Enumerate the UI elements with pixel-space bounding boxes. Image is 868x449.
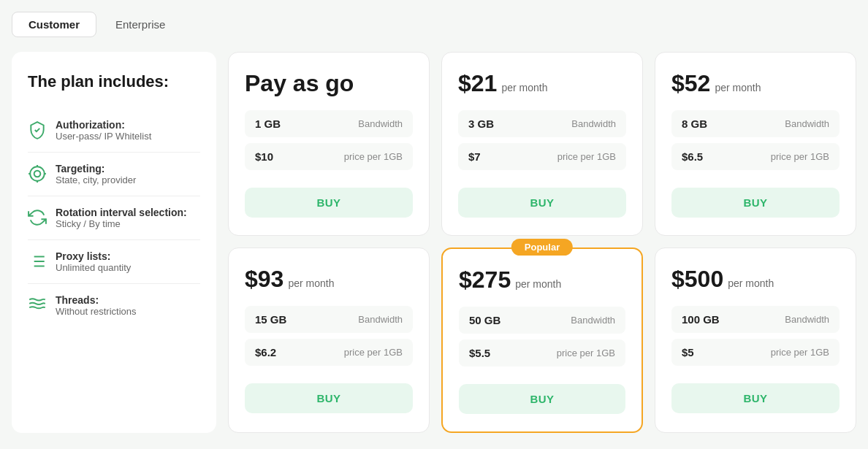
plan-card-21: $21 per month 3 GB Bandwidth $7 price pe… <box>441 52 643 236</box>
feature-rotation-label: Rotation interval selection: <box>56 207 187 218</box>
plan-card-93: $93 per month 15 GB Bandwidth $6.2 price… <box>228 247 430 433</box>
plan-500-period: per month <box>728 277 774 289</box>
plan-card-pay-as-go: Pay as go 1 GB Bandwidth $10 price per 1… <box>228 52 430 236</box>
feature-item-threads: Threads: Without restrictions <box>28 284 200 327</box>
plan-500-bandwidth-row: 100 GB Bandwidth <box>671 306 840 333</box>
plan-52-price-row: $6.5 price per 1GB <box>671 143 840 170</box>
plan-93-price-row: $6.2 price per 1GB <box>245 339 413 366</box>
plan-275-bandwidth-row: 50 GB Bandwidth <box>459 307 625 334</box>
plan-21-price-per-gb: $7 <box>468 150 481 163</box>
price-per-gb-label-1: price per 1GB <box>557 151 616 162</box>
plan-500-bandwidth: 100 GB <box>682 313 720 326</box>
features-title: The plan includes: <box>28 72 200 91</box>
price-per-gb-label-5: price per 1GB <box>771 347 829 358</box>
bandwidth-label-3: Bandwidth <box>358 314 403 325</box>
tab-customer[interactable]: Customer <box>12 12 96 37</box>
buy-button-21[interactable]: BUY <box>458 188 626 218</box>
plan-21-bandwidth-row: 3 GB Bandwidth <box>458 110 626 137</box>
plan-pay-as-go-price-per-gb: $10 <box>255 150 273 163</box>
plan-500-price: $500 <box>671 266 723 293</box>
svg-point-0 <box>30 166 45 181</box>
price-per-gb-label-2: price per 1GB <box>771 151 829 162</box>
plan-52-bandwidth: 8 GB <box>682 118 707 130</box>
price-per-gb-label-4: price per 1GB <box>557 348 615 358</box>
rotate-icon <box>28 208 47 227</box>
plan-500-price-row: $5 price per 1GB <box>671 339 840 366</box>
plan-93-period: per month <box>288 277 334 289</box>
plan-275-price-row: $5.5 price per 1GB <box>459 339 625 367</box>
plan-21-bandwidth: 3 GB <box>468 118 494 130</box>
buy-button-pay-as-go[interactable]: BUY <box>245 188 413 218</box>
popular-badge: Popular <box>511 239 573 256</box>
plan-93-price-per-gb: $6.2 <box>255 346 276 358</box>
plan-pay-as-go-bandwidth: 1 GB <box>255 118 281 130</box>
plan-21-price-row: $7 price per 1GB <box>458 143 626 170</box>
plan-pay-as-go-price-row: $10 price per 1GB <box>245 143 413 170</box>
bandwidth-label-5: Bandwidth <box>785 314 829 325</box>
plans-grid: The plan includes: Authorization: User-p… <box>12 52 856 433</box>
bandwidth-label-1: Bandwidth <box>571 118 616 129</box>
feature-targeting-label: Targeting: <box>56 163 136 174</box>
feature-rotation-desc: Sticky / By time <box>56 218 187 229</box>
feature-item-targeting: Targeting: State, city, provider <box>28 153 200 196</box>
plan-21-period: per month <box>501 82 547 93</box>
plan-93-bandwidth: 15 GB <box>255 313 286 326</box>
plan-card-500: $500 per month 100 GB Bandwidth $5 price… <box>655 247 856 433</box>
target-icon <box>28 164 47 183</box>
price-per-gb-label-0: price per 1GB <box>344 151 403 162</box>
plan-21-price: $21 <box>458 70 497 97</box>
plan-93-price: $93 <box>245 266 283 293</box>
buy-button-52[interactable]: BUY <box>671 188 840 218</box>
plan-pay-as-go-bandwidth-row: 1 GB Bandwidth <box>245 110 413 137</box>
plan-52-bandwidth-row: 8 GB Bandwidth <box>671 110 840 137</box>
feature-item-proxy: Proxy lists: Unlimited quantity <box>28 240 200 284</box>
plan-52-price: $52 <box>671 70 710 97</box>
feature-item-authorization: Authorization: User-pass/ IP Whitelist <box>28 109 200 153</box>
feature-proxy-label: Proxy lists: <box>56 250 131 262</box>
features-card: The plan includes: Authorization: User-p… <box>12 52 216 433</box>
feature-threads-desc: Without restrictions <box>56 306 137 317</box>
plan-card-52: $52 per month 8 GB Bandwidth $6.5 price … <box>655 52 856 236</box>
plan-52-price-per-gb: $6.5 <box>682 150 703 163</box>
feature-proxy-desc: Unlimited quantity <box>56 262 131 273</box>
plan-275-bandwidth: 50 GB <box>469 314 500 326</box>
svg-point-1 <box>34 171 41 177</box>
tab-enterprise[interactable]: Enterprise <box>99 12 181 37</box>
plan-93-bandwidth-row: 15 GB Bandwidth <box>245 306 413 333</box>
plan-card-275: Popular $275 per month 50 GB Bandwidth $… <box>441 247 643 433</box>
plan-500-price-per-gb: $5 <box>682 346 694 358</box>
tabs-container: Customer Enterprise <box>12 12 856 37</box>
plan-pay-as-go-price: Pay as go <box>245 70 354 97</box>
bandwidth-label-2: Bandwidth <box>785 118 829 129</box>
bandwidth-label-4: Bandwidth <box>571 315 615 326</box>
bandwidth-label-0: Bandwidth <box>358 118 403 129</box>
plan-52-period: per month <box>715 82 761 93</box>
list-icon <box>28 252 47 271</box>
feature-threads-label: Threads: <box>56 294 137 306</box>
feature-authorization-desc: User-pass/ IP Whitelist <box>56 131 151 142</box>
plan-275-price: $275 <box>459 266 511 293</box>
threads-icon <box>28 296 47 315</box>
shield-icon <box>28 120 47 139</box>
plan-275-price-per-gb: $5.5 <box>469 347 490 359</box>
feature-authorization-label: Authorization: <box>56 119 151 131</box>
buy-button-93[interactable]: BUY <box>245 383 413 413</box>
feature-targeting-desc: State, city, provider <box>56 174 136 185</box>
buy-button-275[interactable]: BUY <box>459 384 625 414</box>
price-per-gb-label-3: price per 1GB <box>344 347 403 358</box>
plan-275-period: per month <box>515 278 561 290</box>
buy-button-500[interactable]: BUY <box>671 383 840 413</box>
feature-item-rotation: Rotation interval selection: Sticky / By… <box>28 196 200 240</box>
